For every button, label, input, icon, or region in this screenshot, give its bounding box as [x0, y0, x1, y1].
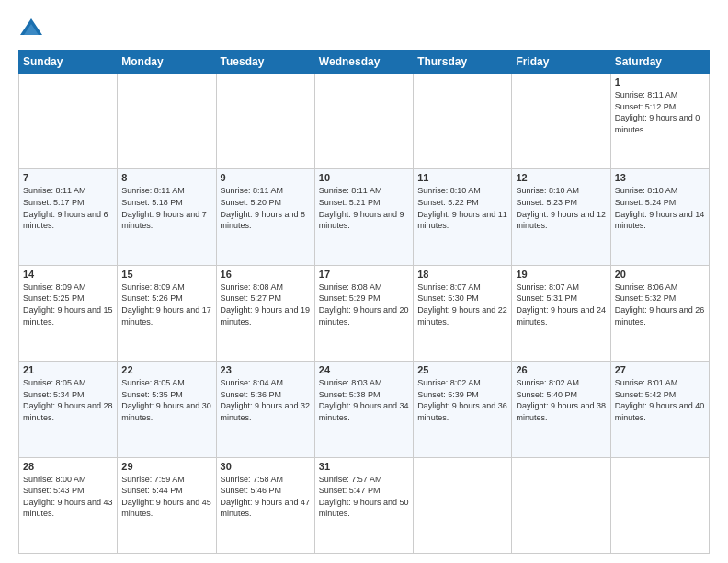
daylight: Daylight: 9 hours and 0 minutes.: [615, 113, 700, 134]
calendar-day-cell: 8Sunrise: 8:11 AMSunset: 5:18 PMDaylight…: [118, 169, 216, 265]
page: SundayMondayTuesdayWednesdayThursdayFrid…: [0, 0, 728, 563]
day-info: Sunrise: 8:11 AMSunset: 5:18 PMDaylight:…: [121, 185, 211, 231]
day-number: 18: [417, 269, 507, 280]
sunrise: Sunrise: 7:57 AM: [319, 475, 382, 484]
calendar-day-cell: 9Sunrise: 8:11 AMSunset: 5:20 PMDaylight…: [216, 169, 314, 265]
calendar-day-cell: [118, 74, 216, 169]
calendar-day-cell: 25Sunrise: 8:02 AMSunset: 5:39 PMDayligh…: [414, 362, 512, 457]
calendar-week-row: 1Sunrise: 8:11 AMSunset: 5:12 PMDaylight…: [19, 74, 710, 169]
day-number: 1: [615, 76, 705, 87]
daylight: Daylight: 9 hours and 50 minutes.: [319, 498, 409, 519]
sunset: Sunset: 5:42 PM: [615, 390, 677, 399]
calendar-day-cell: 18Sunrise: 8:07 AMSunset: 5:30 PMDayligh…: [414, 265, 512, 361]
calendar-day-cell: 28Sunrise: 8:00 AMSunset: 5:43 PMDayligh…: [19, 457, 118, 553]
daylight: Daylight: 9 hours and 45 minutes.: [121, 498, 211, 519]
calendar-day-cell: 16Sunrise: 8:08 AMSunset: 5:27 PMDayligh…: [216, 265, 314, 361]
day-number: 15: [121, 269, 211, 280]
header-day: Monday: [118, 51, 216, 74]
day-number: 23: [221, 364, 311, 375]
day-number: 31: [319, 461, 409, 472]
daylight: Daylight: 9 hours and 6 minutes.: [23, 210, 108, 231]
header-day: Saturday: [610, 51, 709, 74]
daylight: Daylight: 9 hours and 28 minutes.: [23, 401, 113, 422]
day-info: Sunrise: 8:07 AMSunset: 5:30 PMDaylight:…: [417, 282, 507, 327]
sunrise: Sunrise: 8:04 AM: [221, 378, 284, 387]
day-info: Sunrise: 8:08 AMSunset: 5:29 PMDaylight:…: [319, 282, 409, 327]
day-info: Sunrise: 8:06 AMSunset: 5:32 PMDaylight:…: [615, 282, 705, 327]
calendar-day-cell: 21Sunrise: 8:05 AMSunset: 5:34 PMDayligh…: [19, 362, 118, 457]
sunrise: Sunrise: 8:08 AM: [319, 282, 382, 292]
sunset: Sunset: 5:44 PM: [121, 486, 183, 495]
calendar-day-cell: 19Sunrise: 8:07 AMSunset: 5:31 PMDayligh…: [512, 265, 610, 361]
sunset: Sunset: 5:25 PM: [23, 293, 85, 303]
calendar-day-cell: 10Sunrise: 8:11 AMSunset: 5:21 PMDayligh…: [314, 169, 413, 265]
daylight: Daylight: 9 hours and 7 minutes.: [121, 210, 207, 231]
daylight: Daylight: 9 hours and 40 minutes.: [615, 401, 705, 422]
day-info: Sunrise: 8:05 AMSunset: 5:34 PMDaylight:…: [23, 377, 113, 423]
daylight: Daylight: 9 hours and 47 minutes.: [221, 498, 311, 519]
calendar-week-row: 21Sunrise: 8:05 AMSunset: 5:34 PMDayligh…: [19, 362, 710, 457]
daylight: Daylight: 9 hours and 36 minutes.: [417, 401, 507, 422]
header-day: Tuesday: [216, 51, 314, 74]
logo: [18, 17, 48, 42]
sunrise: Sunrise: 8:11 AM: [23, 186, 86, 195]
daylight: Daylight: 9 hours and 43 minutes.: [23, 498, 113, 519]
sunset: Sunset: 5:39 PM: [417, 390, 479, 399]
calendar-day-cell: 7Sunrise: 8:11 AMSunset: 5:17 PMDaylight…: [19, 169, 118, 265]
day-number: 16: [221, 269, 311, 280]
day-info: Sunrise: 8:03 AMSunset: 5:38 PMDaylight:…: [319, 377, 409, 423]
sunrise: Sunrise: 8:10 AM: [516, 186, 579, 195]
calendar-day-cell: [414, 457, 512, 553]
calendar-day-cell: 15Sunrise: 8:09 AMSunset: 5:26 PMDayligh…: [118, 265, 216, 361]
day-number: 19: [516, 269, 606, 280]
sunrise: Sunrise: 8:01 AM: [615, 378, 678, 387]
header-day: Wednesday: [314, 51, 413, 74]
calendar-day-cell: [19, 74, 118, 169]
sunset: Sunset: 5:40 PM: [516, 390, 577, 399]
sunrise: Sunrise: 8:11 AM: [221, 186, 284, 195]
logo-icon: [18, 17, 44, 42]
day-number: 13: [615, 172, 705, 183]
day-number: 29: [121, 461, 211, 472]
sunset: Sunset: 5:30 PM: [417, 293, 479, 303]
daylight: Daylight: 9 hours and 24 minutes.: [516, 305, 606, 327]
day-info: Sunrise: 8:11 AMSunset: 5:21 PMDaylight:…: [319, 185, 409, 231]
day-info: Sunrise: 8:05 AMSunset: 5:35 PMDaylight:…: [121, 377, 211, 423]
calendar-week-row: 7Sunrise: 8:11 AMSunset: 5:17 PMDaylight…: [19, 169, 710, 265]
daylight: Daylight: 9 hours and 34 minutes.: [319, 401, 409, 422]
daylight: Daylight: 9 hours and 12 minutes.: [516, 210, 606, 231]
sunrise: Sunrise: 8:07 AM: [516, 282, 579, 292]
sunset: Sunset: 5:27 PM: [221, 293, 282, 303]
day-number: 12: [516, 172, 606, 183]
calendar-day-cell: [610, 457, 709, 553]
day-info: Sunrise: 8:01 AMSunset: 5:42 PMDaylight:…: [615, 377, 705, 423]
sunrise: Sunrise: 8:10 AM: [417, 186, 481, 195]
day-number: 7: [23, 172, 113, 183]
sunrise: Sunrise: 8:09 AM: [23, 282, 86, 292]
daylight: Daylight: 9 hours and 15 minutes.: [23, 305, 113, 327]
calendar-day-cell: 29Sunrise: 7:59 AMSunset: 5:44 PMDayligh…: [118, 457, 216, 553]
day-number: 21: [23, 364, 113, 375]
day-info: Sunrise: 8:11 AMSunset: 5:20 PMDaylight:…: [221, 185, 311, 231]
day-number: 26: [516, 364, 606, 375]
sunrise: Sunrise: 8:10 AM: [615, 186, 678, 195]
daylight: Daylight: 9 hours and 17 minutes.: [121, 305, 211, 327]
day-number: 25: [417, 364, 507, 375]
sunrise: Sunrise: 8:08 AM: [221, 282, 284, 292]
day-number: 27: [615, 364, 705, 375]
day-info: Sunrise: 8:04 AMSunset: 5:36 PMDaylight:…: [221, 377, 311, 423]
calendar-day-cell: 30Sunrise: 7:58 AMSunset: 5:46 PMDayligh…: [216, 457, 314, 553]
daylight: Daylight: 9 hours and 32 minutes.: [221, 401, 311, 422]
daylight: Daylight: 9 hours and 30 minutes.: [121, 401, 211, 422]
sunset: Sunset: 5:29 PM: [319, 293, 381, 303]
sunset: Sunset: 5:31 PM: [516, 293, 577, 303]
sunset: Sunset: 5:32 PM: [615, 293, 677, 303]
sunset: Sunset: 5:12 PM: [615, 102, 677, 111]
calendar-day-cell: [314, 74, 413, 169]
calendar-day-cell: [512, 457, 610, 553]
day-info: Sunrise: 8:10 AMSunset: 5:23 PMDaylight:…: [516, 185, 606, 231]
day-info: Sunrise: 7:57 AMSunset: 5:47 PMDaylight:…: [319, 474, 409, 520]
sunrise: Sunrise: 8:02 AM: [516, 378, 579, 387]
sunset: Sunset: 5:38 PM: [319, 390, 381, 399]
sunset: Sunset: 5:22 PM: [417, 198, 479, 207]
